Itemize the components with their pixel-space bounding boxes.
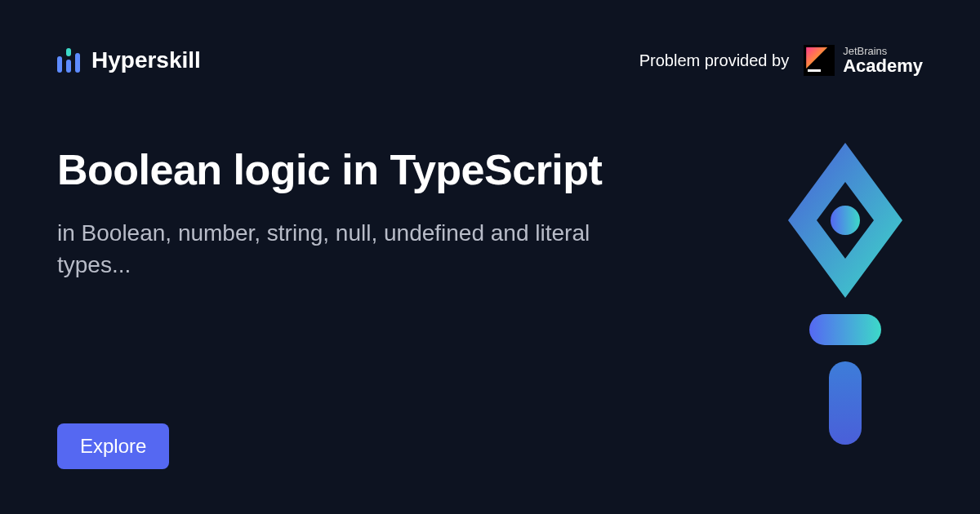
provider-text: Problem provided by: [639, 51, 789, 70]
brand-logo[interactable]: Hyperskill: [57, 47, 201, 73]
explore-button[interactable]: Explore: [57, 423, 169, 469]
header: Hyperskill Problem provided by JetBrains…: [0, 0, 980, 76]
jetbrains-academy-logo[interactable]: JetBrains Academy: [804, 45, 923, 76]
jetbrains-icon: [804, 45, 835, 76]
svg-rect-6: [829, 361, 862, 445]
svg-rect-5: [809, 314, 881, 345]
svg-rect-0: [57, 56, 62, 73]
svg-rect-2: [66, 60, 71, 73]
jetbrains-text: JetBrains Academy: [843, 46, 923, 76]
svg-rect-1: [66, 48, 71, 56]
brand-name: Hyperskill: [91, 47, 201, 73]
pen-nib-icon: [772, 143, 919, 445]
hyperskill-icon: [57, 48, 82, 73]
svg-point-4: [831, 206, 860, 235]
svg-rect-3: [75, 53, 80, 73]
page-subtitle: in Boolean, number, string, null, undefi…: [57, 217, 645, 281]
academy-label: Academy: [843, 56, 923, 75]
jetbrains-label: JetBrains: [843, 46, 923, 57]
provider-block: Problem provided by JetBrains Academy: [639, 45, 923, 76]
